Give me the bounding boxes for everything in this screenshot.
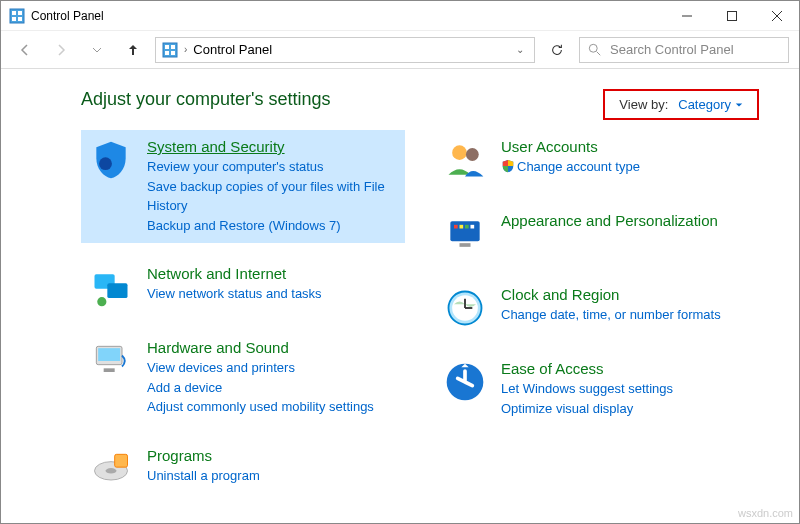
clock-region-icon [443, 286, 487, 330]
categories: System and SecurityReview your computer'… [81, 130, 759, 499]
svg-point-19 [97, 297, 106, 306]
svg-rect-32 [471, 225, 475, 229]
window-controls [664, 1, 799, 31]
category-appearance: Appearance and Personalization [435, 204, 759, 264]
svg-rect-11 [171, 45, 175, 49]
category-title[interactable]: Network and Internet [147, 265, 397, 282]
svg-rect-29 [454, 225, 458, 229]
user-accounts-icon [443, 138, 487, 182]
svg-point-26 [452, 145, 467, 160]
close-button[interactable] [754, 1, 799, 31]
svg-line-15 [597, 51, 601, 55]
search-icon [588, 43, 602, 57]
svg-point-14 [589, 44, 597, 52]
category-link[interactable]: Add a device [147, 378, 397, 398]
breadcrumb-text[interactable]: Control Panel [193, 42, 272, 57]
category-title[interactable]: Programs [147, 447, 397, 464]
content-area: Adjust your computer's settings View by:… [1, 69, 799, 519]
control-panel-icon [9, 8, 25, 24]
svg-rect-2 [18, 11, 22, 15]
left-column: System and SecurityReview your computer'… [81, 130, 405, 499]
category-programs: ProgramsUninstall a program [81, 439, 405, 499]
view-by-dropdown[interactable]: Category [678, 97, 743, 112]
category-title[interactable]: Hardware and Sound [147, 339, 397, 356]
svg-rect-6 [727, 11, 736, 20]
category-user-accounts: User AccountsChange account type [435, 130, 759, 190]
chevron-right-icon[interactable]: › [184, 44, 187, 55]
category-link[interactable]: Uninstall a program [147, 466, 397, 486]
hardware-sound-icon [89, 339, 133, 383]
system-security-icon [89, 138, 133, 182]
category-title[interactable]: User Accounts [501, 138, 751, 155]
network-internet-icon [89, 265, 133, 309]
category-link[interactable]: Change account type [501, 157, 751, 177]
category-title[interactable]: System and Security [147, 138, 397, 155]
category-ease-access: Ease of AccessLet Windows suggest settin… [435, 352, 759, 426]
category-link[interactable]: Change date, time, or number formats [501, 305, 751, 325]
svg-point-16 [99, 157, 112, 170]
category-title[interactable]: Ease of Access [501, 360, 751, 377]
minimize-button[interactable] [664, 1, 709, 31]
category-hardware-sound: Hardware and SoundView devices and print… [81, 331, 405, 425]
category-link[interactable]: Backup and Restore (Windows 7) [147, 216, 397, 236]
svg-rect-28 [450, 221, 479, 241]
svg-rect-25 [115, 454, 128, 467]
category-link[interactable]: Optimize visual display [501, 399, 751, 419]
recent-dropdown[interactable] [83, 36, 111, 64]
window-title: Control Panel [31, 9, 664, 23]
svg-rect-31 [465, 225, 469, 229]
category-link[interactable]: View network status and tasks [147, 284, 397, 304]
ease-access-icon [443, 360, 487, 404]
view-by-label: View by: [619, 97, 668, 112]
chevron-down-icon [735, 101, 743, 109]
category-link[interactable]: Save backup copies of your files with Fi… [147, 177, 397, 216]
control-panel-window: Control Panel › Control Panel ⌄ Search C… [0, 0, 800, 524]
svg-rect-3 [12, 17, 16, 21]
view-by-selector: View by: Category [603, 89, 759, 120]
up-button[interactable] [119, 36, 147, 64]
refresh-button[interactable] [543, 37, 571, 63]
svg-rect-13 [171, 51, 175, 55]
right-column: User AccountsChange account typeAppearan… [435, 130, 759, 499]
svg-rect-1 [12, 11, 16, 15]
search-placeholder: Search Control Panel [610, 42, 734, 57]
category-link[interactable]: Review your computer's status [147, 157, 397, 177]
category-clock-region: Clock and RegionChange date, time, or nu… [435, 278, 759, 338]
svg-rect-4 [18, 17, 22, 21]
control-panel-icon [162, 42, 178, 58]
category-link[interactable]: Let Windows suggest settings [501, 379, 751, 399]
category-title[interactable]: Appearance and Personalization [501, 212, 751, 229]
svg-rect-18 [107, 283, 127, 298]
category-title[interactable]: Clock and Region [501, 286, 751, 303]
maximize-button[interactable] [709, 1, 754, 31]
svg-point-24 [106, 468, 117, 474]
svg-point-27 [466, 148, 479, 161]
navbar: › Control Panel ⌄ Search Control Panel [1, 31, 799, 69]
category-network-internet: Network and InternetView network status … [81, 257, 405, 317]
svg-rect-12 [165, 51, 169, 55]
svg-rect-33 [460, 243, 471, 247]
programs-icon [89, 447, 133, 491]
svg-rect-30 [460, 225, 464, 229]
category-link[interactable]: View devices and printers [147, 358, 397, 378]
svg-rect-21 [98, 348, 120, 361]
category-link[interactable]: Adjust commonly used mobility settings [147, 397, 397, 417]
forward-button[interactable] [47, 36, 75, 64]
chevron-down-icon[interactable]: ⌄ [512, 44, 528, 55]
svg-rect-22 [104, 368, 115, 372]
svg-rect-10 [165, 45, 169, 49]
back-button[interactable] [11, 36, 39, 64]
appearance-icon [443, 212, 487, 256]
search-input[interactable]: Search Control Panel [579, 37, 789, 63]
titlebar: Control Panel [1, 1, 799, 31]
watermark: wsxdn.com [738, 507, 793, 519]
category-system-security: System and SecurityReview your computer'… [81, 130, 405, 243]
address-bar[interactable]: › Control Panel ⌄ [155, 37, 535, 63]
